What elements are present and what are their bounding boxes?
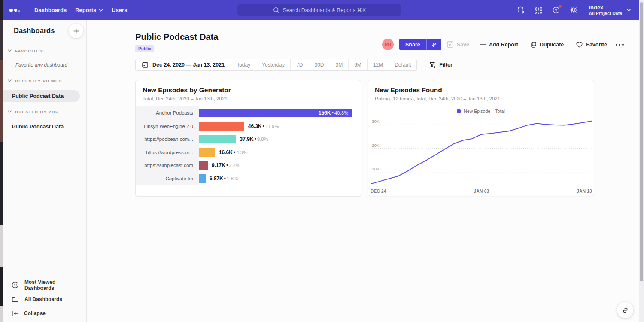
settings-gear-icon[interactable]	[569, 6, 578, 15]
date-range-label: Dec 24, 2020 — Jan 13, 2021	[152, 62, 225, 68]
folder-icon	[12, 296, 19, 303]
sidebar-item-public-podcast-data[interactable]: Public Podcast Data	[3, 90, 80, 102]
svg-text:?: ?	[555, 8, 557, 12]
bar-row: https://simplecast.com 9.17K•2.4%	[136, 159, 361, 172]
save-button[interactable]: Save	[447, 41, 469, 48]
bar[interactable]	[199, 148, 215, 157]
x-axis-tick: JAN 03	[474, 189, 489, 194]
chevron-down-icon	[8, 49, 12, 52]
search-input[interactable]: Search Dashboards & Reports ⌘K	[237, 4, 401, 16]
chart-title: New Episodes Found	[375, 86, 442, 94]
date-range-control: Dec 24, 2020 — Jan 13, 2021 Today Yester…	[135, 59, 417, 71]
x-axis-tick-mark	[481, 186, 481, 188]
preset-30d[interactable]: 30D	[309, 59, 330, 70]
nav-reports[interactable]: Reports	[71, 0, 107, 20]
scrollbar-track[interactable]	[639, 0, 644, 322]
date-range-picker[interactable]: Dec 24, 2020 — Jan 13, 2021	[136, 59, 231, 70]
card-new-episodes-found: New Episodes Found Rolling (12 hours), t…	[368, 80, 594, 196]
bar-row: https://podbean.com... 37.9K•9.8%	[136, 133, 361, 146]
plus-icon	[480, 42, 486, 48]
bar-value: 9.17K•2.4%	[212, 162, 240, 168]
filter-button[interactable]: Filter	[429, 62, 453, 68]
copy-page-link-button[interactable]	[617, 302, 633, 318]
apps-grid-icon[interactable]	[534, 6, 543, 15]
preset-today[interactable]: Today	[231, 59, 256, 70]
preset-3m[interactable]: 3M	[330, 59, 349, 70]
preset-default[interactable]: Default	[389, 59, 416, 70]
chart-legend[interactable]: New Episode – Total	[368, 109, 594, 114]
scrollbar-thumb[interactable]	[640, 2, 643, 281]
bar[interactable]	[199, 122, 244, 131]
sidebar-title: Dashboards	[14, 27, 55, 35]
most-viewed-dashboards-button[interactable]: Most Viewed Dashboards	[3, 278, 86, 292]
section-recently-viewed[interactable]: RECENTLY VIEWED	[3, 77, 86, 84]
nav-dashboards[interactable]: Dashboards	[30, 0, 71, 20]
new-dashboard-button[interactable]	[69, 24, 83, 38]
y-axis-tick: 30K	[372, 119, 380, 124]
page-title: Public Podcast Data	[135, 32, 218, 42]
calendar-icon	[142, 61, 149, 68]
preset-12m[interactable]: 12M	[368, 59, 389, 70]
share-button[interactable]: Share	[399, 39, 441, 50]
x-axis-labels: DEC 24 JAN 03 JAN 13	[371, 189, 592, 194]
bar[interactable]	[199, 174, 206, 183]
favorite-button[interactable]: Favorite	[576, 41, 607, 48]
bar-row: Libsyn WebEngine 2.0 46.3K•11.9%	[136, 120, 361, 133]
bar-value: 6.87K•1.8%	[210, 176, 238, 182]
preset-yesterday[interactable]: Yesterday	[256, 59, 291, 70]
date-toolbar: Dec 24, 2020 — Jan 13, 2021 Today Yester…	[135, 59, 453, 71]
search-placeholder: Search Dashboards & Reports ⌘K	[283, 7, 366, 13]
plus-icon	[73, 28, 79, 34]
line-chart[interactable]: 10K20K30K	[371, 116, 592, 186]
most-viewed-dashboards-label: Most Viewed Dashboards	[24, 279, 86, 291]
y-axis-tick: 10K	[372, 167, 380, 171]
legend-label: New Episode – Total	[464, 109, 505, 114]
link-icon	[622, 307, 629, 314]
bar-row: https://wordpress.or... 16.6K•4.3%	[136, 146, 361, 159]
save-label: Save	[457, 42, 469, 48]
collapse-sidebar-button[interactable]: Collapse	[3, 306, 86, 320]
search-icon	[273, 7, 279, 13]
visibility-badge: Public	[135, 45, 154, 52]
section-favorites-label: FAVORITES	[15, 49, 43, 53]
preset-6m[interactable]: 6M	[349, 59, 368, 70]
bar-chart: Anchor Podcasts 156K•40.3% Libsyn WebEng…	[136, 106, 361, 185]
sidebar-item-public-podcast-data-2[interactable]: Public Podcast Data	[3, 121, 64, 133]
navbar-right-cluster: ? Index All Project Data	[516, 0, 631, 20]
duplicate-button[interactable]: Duplicate	[530, 41, 564, 48]
favorite-label: Favorite	[586, 42, 607, 48]
amplitude-logo[interactable]	[9, 9, 20, 12]
data-sources-icon[interactable]	[516, 6, 525, 15]
filter-label: Filter	[439, 62, 453, 68]
copy-link-icon[interactable]	[426, 39, 441, 50]
more-options-button[interactable]	[616, 44, 624, 46]
app-window: Dashboards Reports Users Search Dashboar…	[0, 0, 644, 322]
bar-value: 156K•40.3%	[319, 110, 349, 116]
preset-7d[interactable]: 7D	[291, 59, 309, 70]
share-label: Share	[399, 39, 426, 50]
chart-subtitle: Total, Dec 24th, 2020 – Jan 13th, 2021	[143, 96, 228, 101]
project-switcher[interactable]: Index All Project Data	[589, 4, 631, 16]
add-report-button[interactable]: Add Report	[480, 42, 518, 48]
bar[interactable]	[199, 135, 236, 143]
section-created-by-you[interactable]: CREATED BY YOU	[3, 108, 86, 115]
filter-funnel-icon	[429, 62, 436, 68]
save-icon	[447, 41, 454, 48]
duplicate-label: Duplicate	[540, 42, 564, 48]
bar[interactable]	[199, 161, 208, 170]
all-dashboards-label: All Dashboards	[24, 296, 62, 302]
y-axis-tick: 20K	[372, 143, 380, 148]
heart-icon	[576, 41, 583, 48]
help-icon[interactable]: ?	[552, 6, 560, 15]
section-favorites[interactable]: FAVORITES	[3, 47, 86, 54]
legend-swatch	[457, 109, 461, 113]
bar-row: Captivate.fm 6.87K•1.8%	[136, 172, 361, 185]
nav-reports-label: Reports	[75, 7, 96, 13]
avatar[interactable]: RH	[382, 39, 394, 50]
nav-users[interactable]: Users	[107, 0, 131, 20]
bar-value: 37.9K•9.8%	[240, 136, 268, 142]
chevron-down-icon	[626, 9, 631, 12]
all-dashboards-button[interactable]: All Dashboards	[3, 292, 86, 306]
project-subtitle: All Project Data	[589, 11, 622, 16]
bar-value: 46.3K•11.9%	[248, 123, 279, 129]
